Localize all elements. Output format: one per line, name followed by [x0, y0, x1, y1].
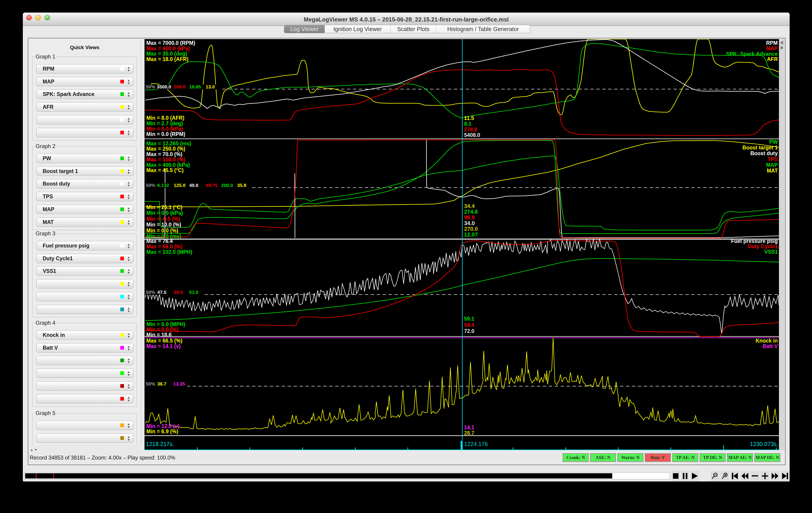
svg-text:Min = 8.0 (AFR): Min = 8.0 (AFR)	[146, 115, 184, 121]
svg-text:1230.073s.: 1230.073s.	[750, 441, 778, 447]
svg-text:36.7: 36.7	[157, 381, 167, 386]
svg-text:8.1: 8.1	[464, 121, 471, 127]
svg-text:Min = -0.5 (%): Min = -0.5 (%)	[146, 216, 180, 222]
svg-text:Min = 10.0 (%): Min = 10.0 (%)	[146, 222, 181, 227]
svg-text:13.0: 13.0	[206, 84, 215, 89]
svg-text:50%: 50%	[146, 381, 155, 386]
svg-text:54.4: 54.4	[464, 322, 474, 328]
svg-text:51.0: 51.0	[189, 290, 198, 295]
svg-text:Max = 35.0 (deg): Max = 35.0 (deg)	[146, 51, 187, 57]
svg-text:Max = 76.4: Max = 76.4	[146, 238, 173, 244]
svg-text:59.1: 59.1	[464, 316, 474, 322]
svg-text:AFR: AFR	[767, 56, 778, 62]
svg-text:200.0: 200.0	[221, 183, 233, 188]
svg-text:50%: 50%	[146, 183, 155, 188]
svg-text:50%: 50%	[146, 290, 155, 295]
svg-text:Knock in: Knock in	[756, 338, 778, 344]
svg-text:35.8: 35.8	[237, 183, 246, 188]
svg-text:MAP: MAP	[766, 46, 778, 51]
svg-text:Min = 12.6 (v): Min = 12.6 (v)	[146, 423, 179, 429]
svg-text:Max = 66.5 (%): Max = 66.5 (%)	[146, 338, 182, 344]
svg-text:50%: 50%	[146, 84, 155, 89]
svg-text:34.4: 34.4	[464, 203, 475, 209]
svg-text:1224.176: 1224.176	[464, 441, 488, 447]
svg-text:PW: PW	[769, 139, 778, 145]
svg-text:Max = 250.0 (%): Max = 250.0 (%)	[146, 146, 185, 152]
svg-text:Min = 0.0 (kPa): Min = 0.0 (kPa)	[146, 210, 183, 216]
svg-text:49.75: 49.75	[206, 183, 217, 188]
svg-text:28.7: 28.7	[464, 430, 474, 436]
svg-text:5408.0: 5408.0	[464, 132, 480, 138]
svg-text:Min = 2.7 (deg): Min = 2.7 (deg)	[146, 120, 183, 126]
svg-text:Duty Cycle1: Duty Cycle1	[748, 243, 778, 249]
svg-text:Max = 70.0 (%): Max = 70.0 (%)	[146, 151, 182, 157]
svg-text:Min = 6.9 (%): Min = 6.9 (%)	[146, 428, 178, 434]
svg-text:Max = 400.0 (kPa): Max = 400.0 (kPa)	[146, 162, 190, 168]
svg-text:Max = 56.0 (%): Max = 56.0 (%)	[146, 244, 182, 249]
svg-text:274.8: 274.8	[464, 209, 478, 215]
svg-text:VSS1: VSS1	[764, 249, 778, 255]
svg-text:6.132: 6.132	[157, 183, 169, 188]
svg-text:Batt V: Batt V	[763, 343, 778, 349]
svg-text:RPM: RPM	[766, 40, 778, 46]
svg-text:34.0: 34.0	[464, 220, 475, 226]
svg-text:28.0: 28.0	[174, 290, 183, 295]
svg-text:12.07: 12.07	[464, 232, 478, 238]
svg-text:Max = 7000.0 (RPM): Max = 7000.0 (RPM)	[146, 40, 195, 46]
svg-text:13.35: 13.35	[173, 381, 185, 386]
svg-text:Min = 26.1 (°C): Min = 26.1 (°C)	[146, 204, 182, 210]
svg-text:270.0: 270.0	[464, 226, 478, 232]
svg-text:Fuel pressure psig: Fuel pressure psig	[731, 238, 778, 244]
svg-text:Max = 400.0 (kPa): Max = 400.0 (kPa)	[146, 46, 190, 51]
svg-text:3500.0: 3500.0	[157, 84, 171, 89]
svg-text:1218.217s.: 1218.217s.	[146, 441, 174, 447]
svg-text:47.5: 47.5	[157, 290, 167, 295]
svg-text:40.0: 40.0	[189, 183, 198, 188]
svg-text:Max = 102.0 (MPH): Max = 102.0 (MPH)	[146, 249, 192, 255]
svg-text:Max = 18.0 (AFR): Max = 18.0 (AFR)	[146, 56, 188, 62]
svg-text:Min = 0.0 (kPa): Min = 0.0 (kPa)	[146, 126, 183, 132]
svg-text:MAT: MAT	[767, 168, 778, 174]
svg-text:Min = 0.0 (RPM): Min = 0.0 (RPM)	[146, 131, 185, 137]
svg-text:Min = 18.6: Min = 18.6	[146, 332, 172, 338]
svg-text:18.85: 18.85	[189, 84, 201, 89]
svg-text:274.8: 274.8	[464, 127, 477, 133]
svg-text:Max = 14.1 (v): Max = 14.1 (v)	[146, 343, 180, 349]
svg-text:11.5: 11.5	[464, 115, 474, 121]
svg-text:14.1: 14.1	[464, 425, 474, 431]
svg-text:Min = 0.0 (%): Min = 0.0 (%)	[146, 227, 178, 234]
svg-text:Max = 100.0 (%): Max = 100.0 (%)	[146, 157, 185, 162]
svg-text:Max = 45.5 (°C): Max = 45.5 (°C)	[146, 167, 183, 173]
svg-text:SPK: Spark Advance: SPK: Spark Advance	[726, 51, 778, 57]
svg-text:125.0: 125.0	[174, 183, 185, 188]
svg-text:Boost duty: Boost duty	[750, 151, 778, 156]
svg-text:TPS: TPS	[767, 156, 778, 162]
svg-text:99.9: 99.9	[464, 214, 475, 220]
svg-text:Max = 12.265 (ms): Max = 12.265 (ms)	[146, 140, 191, 146]
svg-text:Boost target 1: Boost target 1	[743, 145, 778, 151]
svg-text:MAP: MAP	[766, 162, 778, 168]
svg-text:72.0: 72.0	[464, 328, 474, 334]
svg-text:200.0: 200.0	[174, 84, 185, 89]
